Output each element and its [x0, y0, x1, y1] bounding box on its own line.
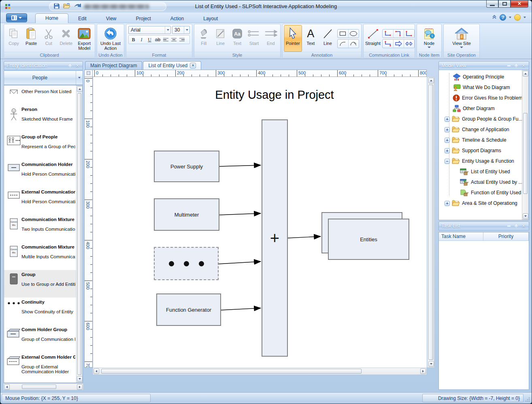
arc-shape-icon[interactable]: [338, 40, 348, 48]
collapse-icon[interactable]: −: [445, 159, 450, 164]
double-arrow-link-icon[interactable]: [404, 40, 414, 48]
paste-button[interactable]: Paste: [23, 25, 40, 52]
resize-grip[interactable]: [525, 397, 530, 402]
node-button[interactable]: 1 Node: [418, 25, 440, 52]
canvas-hscrollbar[interactable]: [93, 368, 427, 375]
text-style-button[interactable]: Aa Text: [229, 25, 245, 52]
help-caret-icon[interactable]: [509, 17, 511, 18]
tree-item-operating-principle[interactable]: Operating Principle: [439, 72, 522, 82]
expand-icon[interactable]: +: [445, 138, 450, 143]
tree-item-entity-usage-function[interactable]: −Entity Usage & Function: [439, 156, 522, 166]
entity-item-communication-mixture[interactable]: CommMixCommunication MixtureMultile Inpu…: [4, 242, 76, 270]
pointer-button[interactable]: Pointer: [284, 25, 302, 52]
view-site-button[interactable]: View Site: [449, 25, 474, 52]
tree-item-change-of-application[interactable]: +Change of Application: [439, 124, 522, 135]
tree-item-function-of-entity-used[interactable]: Function of Entity Used: [439, 187, 522, 198]
close-button[interactable]: ✕: [511, 0, 528, 8]
pin-icon[interactable]: [67, 63, 73, 68]
maximize-button[interactable]: [498, 0, 511, 8]
entity-list-vscrollbar[interactable]: [76, 85, 83, 383]
tab-action[interactable]: Action: [161, 14, 194, 23]
entity-item-group[interactable]: GroupUse to Group or Add Entities: [4, 270, 76, 298]
expand-icon[interactable]: +: [445, 201, 450, 206]
annotation-text-button[interactable]: A Text: [302, 25, 319, 52]
end-style-button[interactable]: End: [263, 25, 279, 52]
tree-item-timeline-schedule[interactable]: +Timeline & Schedule: [439, 135, 522, 145]
ellipse-shape-icon[interactable]: [348, 30, 359, 38]
tree-item-list-of-entity-used[interactable]: List of Entity Used: [439, 166, 522, 177]
task-name-column-header[interactable]: Task Name: [439, 232, 483, 240]
elbow-link-icon-1[interactable]: [383, 30, 393, 38]
undo-last-action-button[interactable]: Undo Last Action: [99, 25, 122, 52]
underline-button[interactable]: U: [146, 36, 153, 43]
entity-item-external-comm-holder-group[interactable]: External Comm Holder GroupGroup of Exter…: [4, 353, 76, 383]
canvas[interactable]: Entity Usage in ProjectPower SupplyMulti…: [93, 77, 427, 368]
close-tab-icon[interactable]: ✕: [190, 63, 196, 68]
save-icon[interactable]: [53, 3, 60, 11]
close-panel-icon[interactable]: ✕: [74, 63, 80, 68]
elbow-link-icon-2[interactable]: [393, 30, 404, 38]
tree-item-error-gives-rise-to-problem[interactable]: Error Gives Rise to Problem: [439, 93, 522, 103]
minimize-button[interactable]: [486, 0, 498, 8]
cut-button[interactable]: Cut: [40, 25, 57, 52]
start-style-button[interactable]: Start: [246, 25, 262, 52]
entity-item-group-of-people[interactable]: Group of PeopleRepresent a Group of Peop…: [4, 132, 76, 160]
expand-icon[interactable]: +: [445, 117, 450, 122]
elbow-link-icon-4[interactable]: [383, 40, 393, 48]
expand-icon[interactable]: +: [445, 127, 450, 132]
collapse-ribbon-icon[interactable]: [492, 15, 497, 21]
entity-item-comm-holder-group[interactable]: Comm Holder GroupGroup of Communication …: [4, 325, 76, 353]
tree-item-what-we-do-diagram[interactable]: What We Do Diagram: [439, 82, 522, 93]
entity-item-other-person-not-listed[interactable]: Other Person Not Listed: [4, 85, 76, 105]
line-style-button[interactable]: Line: [212, 25, 228, 52]
pin-icon[interactable]: [513, 63, 519, 68]
open-icon[interactable]: [63, 3, 70, 10]
export-model-button[interactable]: Export Model: [75, 25, 94, 52]
tree-item-actual-entity-used-by[interactable]: Actual Entity Used by ...: [439, 177, 522, 187]
font-family-select[interactable]: Arial: [128, 26, 171, 34]
tab-project[interactable]: Project: [126, 14, 161, 23]
tree-item-area-site-of-operationg[interactable]: +Area & Site of Operationg: [439, 198, 522, 208]
account-icon[interactable]: [514, 14, 521, 21]
entity-item-communication-holder[interactable]: Communication HolderHold Person Communic…: [4, 160, 76, 187]
help-icon[interactable]: ?: [500, 14, 506, 21]
tree-item-group-people-group-fu[interactable]: +Group People & Group Fu...: [439, 114, 522, 124]
doc-tab-list-of-entity-used[interactable]: List of Entity Used✕: [143, 61, 201, 70]
pin-icon[interactable]: [513, 223, 519, 229]
tab-layout[interactable]: Layout: [194, 14, 228, 23]
close-panel-icon[interactable]: ✕: [521, 63, 526, 68]
tab-home[interactable]: Home: [35, 13, 68, 23]
entity-item-external-communication-holder[interactable]: External Communication HolderHold Person…: [4, 187, 76, 215]
annotation-line-button[interactable]: Line: [319, 25, 336, 52]
entity-item-communication-mixture[interactable]: CommMixCommunication MixtureTwo Inputs C…: [4, 215, 76, 242]
doc-tab-main-project-diagram[interactable]: Main Project Diagram: [85, 61, 142, 70]
straight-link-button[interactable]: Straight: [365, 25, 381, 52]
application-menu-button[interactable]: [6, 13, 27, 22]
fill-button[interactable]: Fill: [196, 25, 212, 52]
expand-icon[interactable]: +: [445, 148, 450, 153]
polyline-shape-icon[interactable]: [348, 40, 359, 48]
entity-item-continuity[interactable]: ContinuityShow Continuity of Entity: [4, 298, 76, 325]
import-icon[interactable]: [74, 3, 81, 10]
align-left-icon[interactable]: [162, 36, 170, 43]
rectangle-shape-icon[interactable]: [338, 30, 348, 38]
arrow-link-icon[interactable]: [393, 40, 404, 48]
entity-item-person[interactable]: PersonSketched Without Frame: [4, 105, 76, 132]
minimize-panel-icon[interactable]: [506, 63, 512, 68]
align-center-icon[interactable]: [170, 36, 178, 43]
delete-button[interactable]: Delete: [57, 25, 74, 52]
entity-list-hscrollbar[interactable]: [4, 383, 83, 390]
canvas-vscrollbar[interactable]: [427, 77, 434, 368]
bold-button[interactable]: B: [130, 36, 137, 43]
entity-category-select[interactable]: People: [4, 70, 83, 85]
priority-column-header[interactable]: Priority: [483, 232, 529, 240]
tab-view[interactable]: View: [96, 14, 126, 23]
tree-item-support-diagrams[interactable]: +Support Diagrams: [439, 145, 522, 156]
close-panel-icon[interactable]: ✕: [521, 223, 526, 229]
minimize-panel-icon[interactable]: [506, 223, 512, 229]
font-size-select[interactable]: 30: [172, 26, 190, 34]
elbow-link-icon-3[interactable]: [404, 30, 414, 38]
copy-button[interactable]: Copy: [5, 25, 22, 52]
tab-edit[interactable]: Edit: [68, 14, 96, 23]
model-vscrollbar[interactable]: [522, 70, 529, 220]
